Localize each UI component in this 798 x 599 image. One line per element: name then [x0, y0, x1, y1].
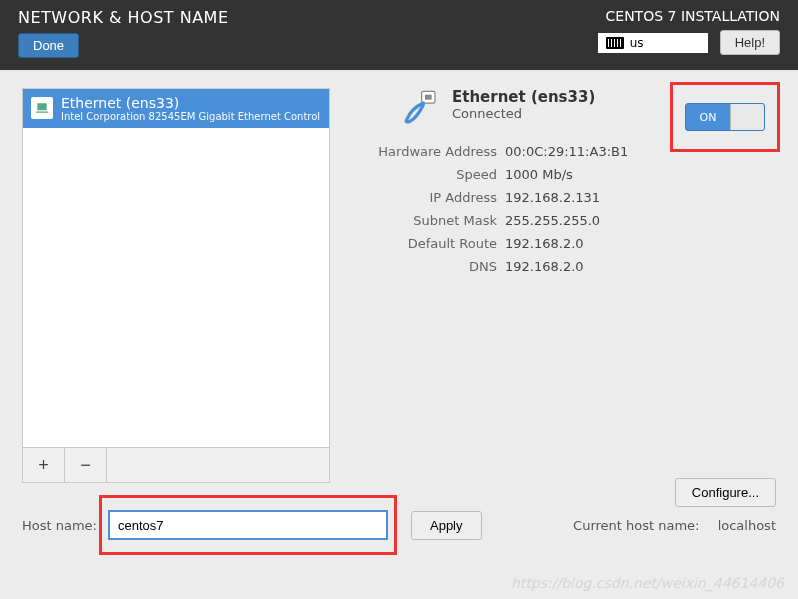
network-toggle[interactable]: ON: [685, 103, 765, 131]
hostname-input[interactable]: [108, 510, 388, 540]
network-cable-icon: [400, 88, 440, 128]
detail-label: Speed: [350, 167, 505, 182]
watermark: https://blog.csdn.net/weixin_44614406: [511, 575, 784, 591]
detail-label: Default Route: [350, 236, 505, 251]
install-title: CENTOS 7 INSTALLATION: [606, 8, 780, 24]
header-left: NETWORK & HOST NAME Done: [18, 8, 229, 58]
device-subtitle: Intel Corporation 82545EM Gigabit Ethern…: [61, 111, 321, 122]
list-button-filler: [107, 448, 329, 482]
current-hostname-value: localhost: [718, 518, 776, 533]
hostname-row: Host name: Apply Current host name: loca…: [22, 495, 776, 555]
done-button[interactable]: Done: [18, 33, 79, 58]
toggle-on-label: ON: [686, 111, 730, 124]
network-details: Hardware Address00:0C:29:11:A3:B1Speed10…: [350, 144, 776, 274]
device-text: Ethernet (ens33) Intel Corporation 82545…: [61, 95, 321, 122]
detail-row: Subnet Mask255.255.255.0: [350, 213, 776, 228]
header-row: us Help!: [598, 30, 780, 55]
header: NETWORK & HOST NAME Done CENTOS 7 INSTAL…: [0, 0, 798, 70]
add-device-button[interactable]: +: [23, 448, 65, 482]
detail-row: DNS192.168.2.0: [350, 259, 776, 274]
page-title: NETWORK & HOST NAME: [18, 8, 229, 27]
hostname-highlight: [99, 495, 397, 555]
current-hostname-label: Current host name:: [573, 518, 699, 533]
detail-row: IP Address192.168.2.131: [350, 190, 776, 205]
detail-row: Default Route192.168.2.0: [350, 236, 776, 251]
device-list-column: Ethernet (ens33) Intel Corporation 82545…: [22, 88, 330, 483]
keyboard-layout-text: us: [630, 36, 644, 50]
keyboard-icon: [606, 37, 624, 49]
detail-label: Hardware Address: [350, 144, 505, 159]
list-buttons: + −: [22, 448, 330, 483]
device-list-item[interactable]: Ethernet (ens33) Intel Corporation 82545…: [23, 89, 329, 128]
header-right: CENTOS 7 INSTALLATION us Help!: [598, 8, 780, 55]
detail-label: IP Address: [350, 190, 505, 205]
help-button[interactable]: Help!: [720, 30, 780, 55]
detail-value: 1000 Mb/s: [505, 167, 573, 182]
detail-value: 192.168.2.131: [505, 190, 600, 205]
device-list[interactable]: Ethernet (ens33) Intel Corporation 82545…: [22, 88, 330, 448]
svg-rect-1: [425, 95, 432, 100]
toggle-highlight: ON: [670, 82, 780, 152]
detail-label: DNS: [350, 259, 505, 274]
apply-button[interactable]: Apply: [411, 511, 482, 540]
network-header: Ethernet (ens33) Connected ON: [350, 88, 776, 128]
ethernet-icon: [31, 97, 53, 119]
keyboard-layout-indicator[interactable]: us: [598, 33, 708, 53]
detail-value: 192.168.2.0: [505, 236, 584, 251]
detail-value: 192.168.2.0: [505, 259, 584, 274]
remove-device-button[interactable]: −: [65, 448, 107, 482]
detail-value: 255.255.255.0: [505, 213, 600, 228]
detail-label: Subnet Mask: [350, 213, 505, 228]
current-hostname: Current host name: localhost: [573, 518, 776, 533]
toggle-knob: [730, 104, 764, 130]
network-details-column: Ethernet (ens33) Connected ON Hardware A…: [350, 88, 776, 483]
content: Ethernet (ens33) Intel Corporation 82545…: [0, 70, 798, 501]
detail-value: 00:0C:29:11:A3:B1: [505, 144, 628, 159]
detail-row: Speed1000 Mb/s: [350, 167, 776, 182]
device-name: Ethernet (ens33): [61, 95, 321, 111]
hostname-label: Host name:: [22, 518, 97, 533]
